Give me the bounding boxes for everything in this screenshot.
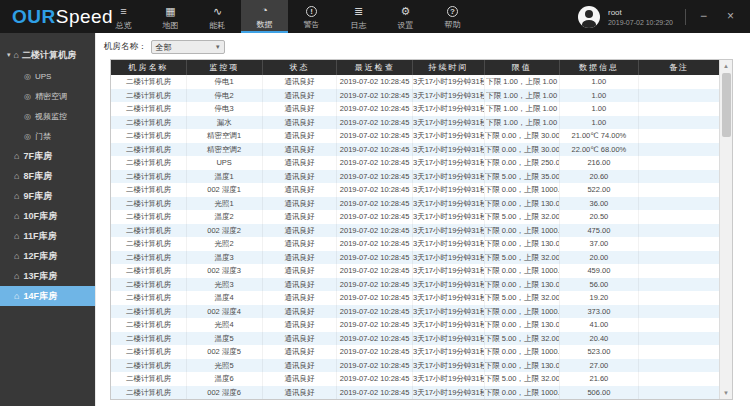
sidebar-item-7F库房[interactable]: ⌂7F库房 [0, 146, 95, 166]
column-header[interactable]: 最近检查 [337, 60, 413, 75]
vertical-scrollbar[interactable]: ▲ ▼ [719, 60, 732, 399]
column-header[interactable]: 限值 [485, 60, 560, 75]
cell: 3天17小时19分钟31秒 [413, 224, 485, 238]
table-row[interactable]: 二楼计算机房光照3通讯良好2019-07-02 10:28:453天17小时19… [111, 278, 719, 292]
cell: 2019-07-02 10:28:45 [337, 102, 413, 116]
sidebar-item-14F库房[interactable]: ⌂14F库房 [0, 286, 95, 306]
cell: 002 湿度6 [187, 386, 263, 400]
sidebar-item-ups[interactable]: ◎UPS [0, 66, 95, 86]
scroll-up-icon[interactable]: ▲ [720, 60, 732, 72]
table-row[interactable]: 二楼计算机房002 湿度6通讯良好2019-07-02 10:28:453天17… [111, 386, 719, 400]
cell: 2019-07-02 10:28:45 [337, 183, 413, 197]
table-row[interactable]: 二楼计算机房002 湿度3通讯良好2019-07-02 10:28:453天17… [111, 264, 719, 278]
cell: 通讯良好 [263, 224, 338, 238]
sidebar-item-13F库房[interactable]: ⌂13F库房 [0, 266, 95, 286]
column-header[interactable]: 持续时间 [413, 60, 485, 75]
table-row[interactable]: 二楼计算机房精密空调2通讯良好2019-07-02 10:28:453天17小时… [111, 143, 719, 157]
nav-item-energy[interactable]: ∿能耗 [194, 0, 241, 33]
cell: 3天17小时19分钟31秒 [413, 372, 485, 386]
sidebar-item-label: 7F库房 [23, 150, 52, 163]
sidebar-item-10F库房[interactable]: ⌂10F库房 [0, 206, 95, 226]
table-header-row: 机房名称监控项状态最近检查持续时间限值数据信息备注 [111, 60, 719, 75]
table-row[interactable]: 二楼计算机房漏水通讯良好2019-07-02 10:28:453天17小时19分… [111, 116, 719, 130]
sidebar-group-computer-room[interactable]: ▾⌂二楼计算机房 [0, 44, 95, 66]
cell [639, 278, 719, 292]
table-row[interactable]: 二楼计算机房温度4通讯良好2019-07-02 10:28:453天17小时19… [111, 291, 719, 305]
nav-item-alert[interactable]: !警告 [288, 0, 335, 33]
table-row[interactable]: 二楼计算机房温度6通讯良好2019-07-02 10:28:453天17小时19… [111, 372, 719, 386]
cell: 2019-07-02 10:28:45 [337, 237, 413, 251]
table-row[interactable]: 二楼计算机房002 湿度1通讯良好2019-07-02 10:28:453天17… [111, 183, 719, 197]
table-row[interactable]: 二楼计算机房停电1通讯良好2019-07-02 10:28:453天17小时19… [111, 75, 719, 89]
nav-item-help[interactable]: ?帮助 [429, 0, 476, 33]
sidebar-item-9F库房[interactable]: ⌂9F库房 [0, 186, 95, 206]
cell: 373.00 [560, 305, 640, 319]
cell: 002 湿度3 [187, 264, 263, 278]
table-row[interactable]: 二楼计算机房光照2通讯良好2019-07-02 10:28:453天17小时19… [111, 237, 719, 251]
table-row[interactable]: 二楼计算机房停电3通讯良好2019-07-02 10:28:453天17小时19… [111, 102, 719, 116]
nav-item-overview[interactable]: ≡总览 [100, 0, 147, 33]
cell: 下限 0.00，上限 1000.00 [485, 305, 560, 319]
cell: 通讯良好 [263, 156, 338, 170]
cell: 002 湿度2 [187, 224, 263, 238]
cell: 通讯良好 [263, 197, 338, 211]
cell: 2019-07-02 10:28:45 [337, 278, 413, 292]
table-row[interactable]: 二楼计算机房光照1通讯良好2019-07-02 10:28:453天17小时19… [111, 197, 719, 211]
table-row[interactable]: 二楼计算机房温度2通讯良好2019-07-02 10:28:453天17小时19… [111, 210, 719, 224]
nav-item-log[interactable]: ≣日志 [335, 0, 382, 33]
column-header[interactable]: 数据信息 [560, 60, 640, 75]
sidebar-item-门禁[interactable]: ◎门禁 [0, 126, 95, 146]
cell: 通讯良好 [263, 291, 338, 305]
cell: 下限 5.00，上限 32.00 [485, 291, 560, 305]
scroll-down-icon[interactable]: ▼ [720, 387, 732, 399]
table-row[interactable]: 二楼计算机房002 湿度2通讯良好2019-07-02 10:28:453天17… [111, 224, 719, 238]
cell: 二楼计算机房 [111, 183, 187, 197]
cell: 二楼计算机房 [111, 332, 187, 346]
table-row[interactable]: 二楼计算机房温度3通讯良好2019-07-02 10:28:453天17小时19… [111, 251, 719, 265]
table-row[interactable]: 二楼计算机房精密空调1通讯良好2019-07-02 10:28:453天17小时… [111, 129, 719, 143]
cell: 二楼计算机房 [111, 345, 187, 359]
table-row[interactable]: 二楼计算机房UPS通讯良好2019-07-02 10:28:453天17小时19… [111, 156, 719, 170]
cell: 下限 0.00，上限 130.00 [485, 278, 560, 292]
table-row[interactable]: 二楼计算机房光照4通讯良好2019-07-02 10:28:453天17小时19… [111, 318, 719, 332]
cell [639, 386, 719, 400]
column-header[interactable]: 监控项 [187, 60, 263, 75]
column-header[interactable]: 机房名称 [111, 60, 187, 75]
scrollbar-thumb[interactable] [722, 73, 731, 137]
minimize-button[interactable]: − [694, 0, 713, 33]
cell: 二楼计算机房 [111, 102, 187, 116]
cell: 下限 5.00，上限 32.00 [485, 251, 560, 265]
cell: 通讯良好 [263, 264, 338, 278]
cell: 2019-07-02 10:28:45 [337, 251, 413, 265]
nav-item-map[interactable]: ▦地图 [147, 0, 194, 33]
cell: 20.60 [560, 170, 640, 184]
app-logo: OURSpeed [0, 0, 100, 33]
overview-icon: ≡ [120, 5, 126, 18]
column-header[interactable]: 备注 [639, 60, 719, 75]
table-row[interactable]: 二楼计算机房停电2通讯良好2019-07-02 10:28:453天17小时19… [111, 89, 719, 103]
sidebar-item-11F库房[interactable]: ⌂11F库房 [0, 226, 95, 246]
close-button[interactable]: × [721, 0, 740, 33]
table-row[interactable]: 二楼计算机房002 湿度5通讯良好2019-07-02 10:28:453天17… [111, 345, 719, 359]
table-row[interactable]: 二楼计算机房002 湿度4通讯良好2019-07-02 10:28:453天17… [111, 305, 719, 319]
room-filter-label: 机房名称： [104, 41, 147, 53]
user-avatar[interactable] [578, 6, 600, 28]
cell: 2019-07-02 10:28:45 [337, 89, 413, 103]
sidebar-item-视频监控[interactable]: ◎视频监控 [0, 106, 95, 126]
home-icon: ⌂ [14, 50, 19, 60]
cell [639, 251, 719, 265]
table-row[interactable]: 二楼计算机房温度1通讯良好2019-07-02 10:28:453天17小时19… [111, 170, 719, 184]
table-row[interactable]: 二楼计算机房光照5通讯良好2019-07-02 10:28:453天17小时19… [111, 359, 719, 373]
sidebar-item-8F库房[interactable]: ⌂8F库房 [0, 166, 95, 186]
main-nav: ≡总览▦地图∿能耗◔数据!警告≣日志⚙设置?帮助 [100, 0, 476, 33]
cell: 216.00 [560, 156, 640, 170]
nav-item-data[interactable]: ◔数据 [241, 0, 288, 33]
room-filter-select[interactable]: 全部 ▾ [151, 40, 225, 54]
sidebar-item-12F库房[interactable]: ⌂12F库房 [0, 246, 95, 266]
cell: 下限 0.00，上限 1000.00 [485, 224, 560, 238]
nav-item-settings[interactable]: ⚙设置 [382, 0, 429, 33]
sidebar-item-精密空调[interactable]: ◎精密空调 [0, 86, 95, 106]
room-filter-value: 全部 [156, 42, 172, 53]
column-header[interactable]: 状态 [263, 60, 338, 75]
table-row[interactable]: 二楼计算机房温度5通讯良好2019-07-02 10:28:453天17小时19… [111, 332, 719, 346]
